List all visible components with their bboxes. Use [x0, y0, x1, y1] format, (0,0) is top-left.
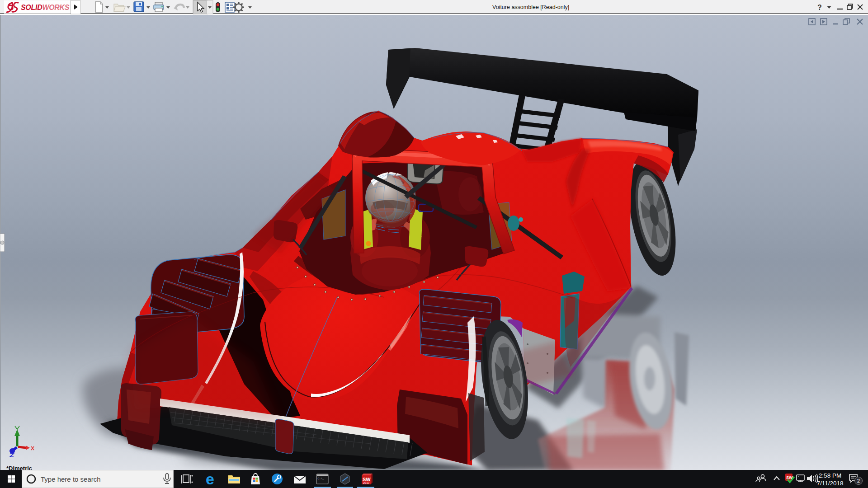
svg-text:?: ? — [817, 4, 822, 11]
svg-text:e: e — [206, 470, 214, 488]
svg-text:2017: 2017 — [363, 481, 370, 484]
svg-text:C:\_: C:\_ — [318, 477, 325, 480]
svg-text:2:58 PM: 2:58 PM — [819, 472, 841, 479]
svg-text:7/11/2018: 7/11/2018 — [816, 480, 843, 487]
svg-text:2: 2 — [857, 478, 860, 483]
svg-text:SOLIDWORKS: SOLIDWORKS — [21, 4, 70, 11]
